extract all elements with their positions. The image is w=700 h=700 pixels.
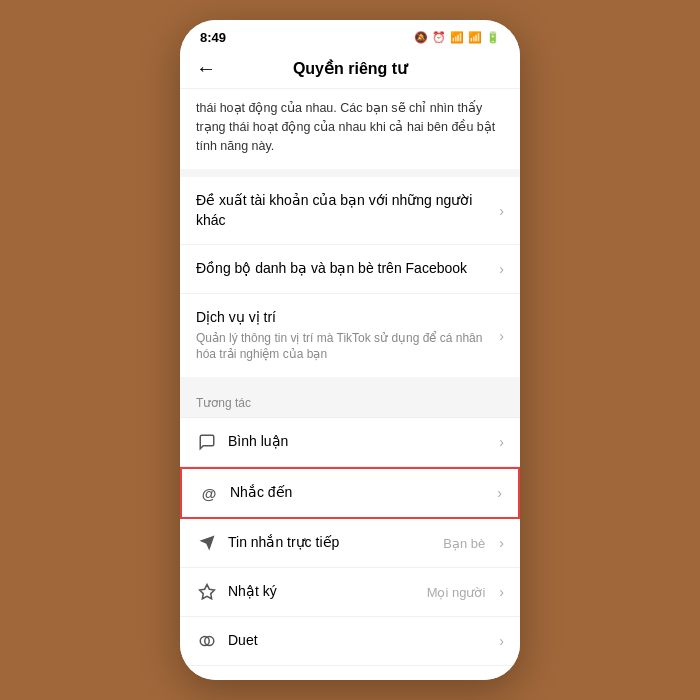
comment-icon <box>196 431 218 453</box>
chevron-icon-0: › <box>499 203 504 219</box>
page-title: Quyền riêng tư <box>293 59 407 78</box>
signal-icon: 📶 <box>450 31 464 44</box>
binh-luan-label: Bình luận <box>228 432 288 452</box>
stitch-item[interactable]: Stitch › <box>180 666 520 680</box>
suggest-account-title: Đề xuất tài khoản của bạn với những ngườ… <box>196 191 491 230</box>
mention-icon: @ <box>198 482 220 504</box>
chevron-duet: › <box>499 633 504 649</box>
duet-icon <box>196 630 218 652</box>
nhac-den-label: Nhắc đến <box>230 483 292 503</box>
alarm-icon: ⏰ <box>432 31 446 44</box>
location-service-title: Dịch vụ vị trí <box>196 308 491 328</box>
tuong-tac-divider: Tương tác <box>180 385 520 418</box>
status-bar: 8:49 🔕 ⏰ 📶 📶 🔋 <box>180 20 520 49</box>
chevron-icon-2: › <box>499 328 504 344</box>
dm-icon <box>196 532 218 554</box>
phone-frame: 8:49 🔕 ⏰ 📶 📶 🔋 ← Quyền riêng tư thái hoạ… <box>180 20 520 680</box>
status-icons: 🔕 ⏰ 📶 📶 🔋 <box>414 31 500 44</box>
stitch-icon <box>196 679 218 680</box>
tin-nhan-item[interactable]: Tin nhắn trực tiếp Bạn bè › <box>180 519 520 568</box>
battery-icon: 🔋 <box>486 31 500 44</box>
nhat-ky-label: Nhật ký <box>228 582 277 602</box>
nhat-ky-item[interactable]: Nhật ký Mọi người › <box>180 568 520 617</box>
tin-nhan-value: Bạn bè <box>443 536 485 551</box>
chevron-nhac-den: › <box>497 485 502 501</box>
location-service-item[interactable]: Dịch vụ vị trí Quản lý thông tin vị trí … <box>180 294 520 385</box>
chevron-nhat-ky: › <box>499 584 504 600</box>
mute-icon: 🔕 <box>414 31 428 44</box>
nhat-ky-value: Mọi người <box>427 585 486 600</box>
binh-luan-item[interactable]: Bình luận › <box>180 418 520 467</box>
nhac-den-item[interactable]: @ Nhắc đến › <box>180 467 520 519</box>
location-service-sub: Quản lý thông tin vị trí mà TikTok sử dụ… <box>196 330 491 364</box>
wifi-icon: 📶 <box>468 31 482 44</box>
intro-text: thái hoạt động của nhau. Các bạn sẽ chỉ … <box>196 99 504 155</box>
back-button[interactable]: ← <box>196 57 216 80</box>
suggest-account-item[interactable]: Đề xuất tài khoản của bạn với những ngườ… <box>180 177 520 245</box>
chevron-tin-nhan: › <box>499 535 504 551</box>
status-time: 8:49 <box>200 30 226 45</box>
duet-item[interactable]: Duet › <box>180 617 520 666</box>
chevron-binh-luan: › <box>499 434 504 450</box>
content-area: thái hoạt động của nhau. Các bạn sẽ chỉ … <box>180 89 520 680</box>
page-header: ← Quyền riêng tư <box>180 49 520 89</box>
svg-marker-0 <box>200 585 215 599</box>
chevron-icon-1: › <box>499 261 504 277</box>
intro-text-section: thái hoạt động của nhau. Các bạn sẽ chỉ … <box>180 89 520 177</box>
diary-icon <box>196 581 218 603</box>
sync-contacts-item[interactable]: Đồng bộ danh bạ và bạn bè trên Facebook … <box>180 245 520 294</box>
sync-contacts-title: Đồng bộ danh bạ và bạn bè trên Facebook <box>196 259 491 279</box>
tuong-tac-label: Tương tác <box>196 396 251 410</box>
duet-label: Duet <box>228 631 258 651</box>
tin-nhan-label: Tin nhắn trực tiếp <box>228 533 339 553</box>
